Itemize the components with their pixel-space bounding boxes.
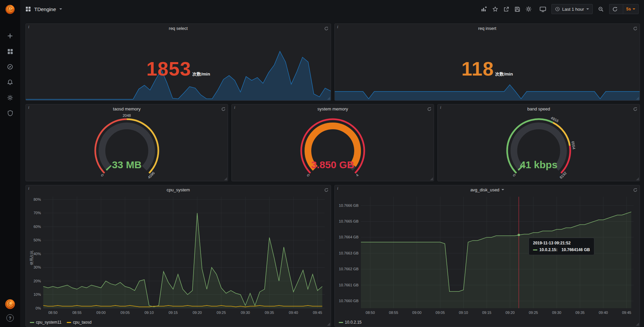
panel-info-icon[interactable]: i [337, 186, 338, 191]
svg-text:4: 4 [355, 173, 359, 177]
sidebar-item-server-admin[interactable] [0, 105, 20, 121]
svg-text:08:55: 08:55 [72, 311, 82, 315]
shield-icon [7, 110, 13, 116]
sidebar-item-explore[interactable] [0, 59, 20, 75]
dashboard-grid-icon [25, 6, 31, 12]
panel-resize-handle[interactable] [327, 323, 330, 326]
avg-disk-used-chart[interactable]: 08:5008:5509:0009:0509:1009:1509:2009:25… [335, 194, 640, 318]
panel-info-icon[interactable]: i [234, 105, 235, 110]
sidebar-item-create[interactable] [0, 28, 20, 44]
svg-text:08:50: 08:50 [48, 311, 58, 315]
clock-icon [555, 7, 560, 11]
svg-text:09:20: 09:20 [505, 311, 515, 315]
sidebar-item-configuration[interactable] [0, 90, 20, 105]
legend-item-cpu-taosd[interactable]: cpu_taosd [67, 320, 91, 325]
panel-info-icon[interactable]: i [337, 25, 338, 30]
panel-spinner-icon [633, 106, 637, 112]
panel-req-select: i req select 1853 次数/min [25, 24, 331, 101]
legend-color-swatch [339, 322, 343, 323]
svg-text:09:05: 09:05 [436, 311, 445, 315]
save-icon[interactable] [515, 6, 520, 12]
panel-info-icon[interactable]: i [28, 25, 29, 30]
panel-avg-disk-used: i avg_disk_used 08:5008:5509:0009:0509:1… [334, 185, 640, 327]
svg-text:09:05: 09:05 [120, 311, 130, 315]
svg-text:50%: 50% [34, 238, 41, 242]
help-icon[interactable]: ? [6, 314, 14, 322]
panel-title[interactable]: avg_disk_used [335, 185, 640, 194]
legend-label: cpu_taosd [73, 320, 91, 325]
refresh-button[interactable] [609, 4, 621, 14]
sidebar-item-alerting[interactable] [0, 75, 20, 90]
tooltip-series-row: 10.0.2.15: 10.7664146 GB [533, 247, 590, 252]
svg-text:10.7661 GB: 10.7661 GB [339, 283, 359, 287]
svg-text:10.7662 GB: 10.7662 GB [339, 267, 359, 271]
svg-text:08:50: 08:50 [366, 311, 375, 315]
svg-text:08:55: 08:55 [389, 311, 398, 315]
panel-title[interactable]: system memory [232, 104, 434, 113]
refresh-icon [612, 7, 618, 12]
avatar-image [5, 299, 15, 310]
panel-resize-handle[interactable] [224, 177, 227, 180]
time-range-picker[interactable]: Last 1 hour [551, 4, 593, 14]
sidebar-nav [0, 28, 20, 121]
dashboard-title-group[interactable]: TDengine [25, 6, 62, 12]
sidebar-item-dashboards[interactable] [0, 44, 20, 59]
stat-group: 1853 次数/min [26, 57, 331, 80]
svg-text:09:35: 09:35 [265, 311, 274, 315]
legend-item-10-0-2-15[interactable]: 10.0.2.15 [339, 320, 362, 325]
tv-mode-icon[interactable] [540, 6, 546, 12]
svg-text:10.7665 GB: 10.7665 GB [339, 219, 359, 223]
svg-text:09:10: 09:10 [459, 311, 468, 315]
grafana-logo[interactable] [0, 0, 20, 19]
zoom-out-icon[interactable] [598, 6, 604, 12]
svg-text:20%: 20% [34, 279, 41, 283]
panel-band-speed: i band speed 0491665548192 41 kbps [437, 104, 640, 181]
sidebar-bottom: ? [5, 299, 15, 327]
dashboards-icon [7, 49, 13, 54]
tooltip-timestamp: 2019-11-13 09:21:52 [533, 241, 590, 245]
panel-resize-handle[interactable] [636, 177, 639, 180]
panel-spinner-icon [633, 26, 637, 32]
tooltip-series-value: 10.7664146 GB [561, 247, 590, 252]
panel-info-icon[interactable]: i [440, 105, 441, 110]
cpu-system-chart[interactable]: 08:5008:5509:0009:0509:1009:1509:2009:25… [26, 194, 331, 318]
panel-resize-handle[interactable] [636, 323, 639, 326]
add-panel-icon[interactable] [481, 6, 487, 12]
panel-spinner-icon [633, 187, 637, 193]
svg-text:09:45: 09:45 [313, 311, 322, 315]
panel-spinner-icon [324, 187, 328, 193]
legend-item-cpu-system11[interactable]: cpu_system11 [30, 320, 61, 325]
navbar-actions: Last 1 hour 5s [481, 4, 639, 14]
gauge-value: 33 MB [26, 158, 228, 172]
svg-text:70%: 70% [34, 211, 41, 215]
stat-unit: 次数/min [495, 71, 513, 77]
svg-text:30%: 30% [34, 265, 41, 269]
dashboard-settings-gear-icon[interactable] [526, 6, 532, 12]
panel-title[interactable]: cpu_system [26, 185, 331, 194]
refresh-interval-dropdown[interactable]: 5s [623, 4, 638, 14]
svg-text:0: 0 [100, 173, 105, 177]
dashboard-title: TDengine [34, 6, 56, 12]
svg-text:09:35: 09:35 [575, 311, 585, 315]
panel-title[interactable]: taosd memory [26, 104, 228, 113]
chart-tooltip: 2019-11-13 09:21:52 10.0.2.15: 10.766414… [529, 238, 594, 255]
grafana-flame-icon [4, 4, 16, 15]
panel-title[interactable]: req select [26, 24, 331, 33]
panel-spinner-icon [427, 106, 431, 112]
user-avatar[interactable] [5, 299, 15, 310]
panel-info-icon[interactable]: i [28, 105, 29, 110]
panel-title[interactable]: band speed [438, 104, 640, 113]
time-range-label: Last 1 hour [562, 7, 584, 12]
panel-title[interactable]: req insert [335, 24, 640, 33]
panel-resize-handle[interactable] [430, 177, 433, 180]
chevron-down-icon [586, 8, 589, 10]
svg-text:2048: 2048 [123, 113, 131, 118]
svg-text:10%: 10% [34, 292, 41, 296]
svg-text:0%: 0% [36, 306, 41, 310]
svg-text:09:40: 09:40 [289, 311, 298, 315]
gear-icon [7, 95, 13, 101]
share-icon[interactable] [503, 6, 509, 12]
star-icon[interactable] [492, 6, 498, 12]
svg-text:09:30: 09:30 [552, 311, 561, 315]
panel-info-icon[interactable]: i [28, 186, 29, 191]
